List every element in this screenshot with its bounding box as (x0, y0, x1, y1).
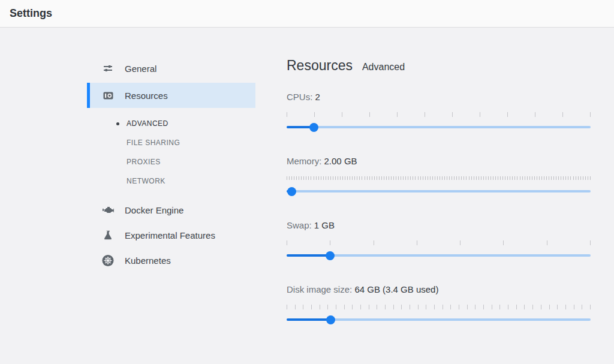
tick (311, 176, 311, 180)
tick (369, 176, 370, 180)
sidebar-subitem-proxies[interactable]: PROXIES (87, 152, 255, 172)
tick (512, 176, 513, 180)
tick (553, 176, 554, 180)
swap-tick-marks (287, 240, 591, 245)
tick (459, 305, 459, 309)
tick (481, 176, 481, 180)
disk-value: 64 GB (3.4 GB used) (354, 284, 438, 294)
tick (510, 176, 510, 180)
tick (426, 305, 426, 309)
tick (425, 176, 426, 180)
tick (428, 176, 428, 180)
tick (336, 305, 336, 309)
tick (447, 176, 447, 180)
tick (418, 305, 419, 309)
memory-slider-track[interactable] (287, 190, 591, 192)
swap-slider-track[interactable] (287, 254, 591, 257)
tick (449, 176, 450, 180)
panel-title: Resources (287, 58, 353, 74)
slider-group-memory: Memory: 2.00 GB (287, 156, 591, 192)
tick (549, 305, 550, 309)
sidebar-item-kubernetes[interactable]: Kubernetes (87, 249, 255, 271)
tick (561, 176, 561, 180)
sidebar-item-experimental-features[interactable]: Experimental Features (87, 224, 255, 246)
tick (338, 176, 338, 180)
tick (478, 176, 479, 180)
tick (547, 240, 547, 245)
tick (499, 305, 500, 309)
settings-content: GeneralResourcesADVANCEDFILE SHARINGPROX… (0, 28, 614, 348)
memory-icon (102, 89, 114, 101)
sliders-container: CPUs: 2Memory: 2.00 GBSwap: 1 GBDisk ima… (287, 92, 591, 321)
slider-label-memory: Memory: 2.00 GB (287, 156, 591, 166)
sidebar-subitem-file-sharing[interactable]: FILE SHARING (87, 133, 255, 152)
sidebar-subitem-label: PROXIES (127, 158, 161, 166)
tick (295, 305, 296, 309)
tick (524, 305, 525, 309)
tick (350, 176, 350, 180)
slider-group-disk: Disk image size: 64 GB (3.4 GB used) (287, 284, 591, 321)
tick (287, 240, 287, 245)
sidebar-item-resources[interactable]: Resources (87, 83, 255, 108)
tick (359, 176, 360, 180)
swap-slider-thumb[interactable] (326, 251, 335, 260)
page-title: Settings (10, 7, 52, 20)
tick (301, 176, 302, 180)
tick (537, 176, 537, 180)
tick (369, 305, 369, 309)
tick (415, 176, 416, 180)
tick (562, 112, 563, 117)
tick (308, 176, 309, 180)
tick (541, 305, 541, 309)
tick (362, 176, 362, 180)
sidebar-item-label: Kubernetes (125, 255, 171, 266)
resources-panel: Resources Advanced CPUs: 2Memory: 2.00 G… (287, 58, 591, 348)
tick (573, 176, 574, 180)
cpus-slider-thumb[interactable] (309, 123, 318, 132)
tick (340, 176, 341, 180)
tick (503, 240, 504, 245)
tick (342, 112, 342, 117)
tick (403, 176, 404, 180)
disk-slider-thumb[interactable] (326, 315, 335, 324)
cpus-label-text: CPUs: (287, 92, 315, 102)
memory-tick-marks (287, 176, 591, 181)
sidebar-sublist-resources: ADVANCEDFILE SHARINGPROXIESNETWORK (87, 114, 255, 191)
tick (549, 176, 549, 180)
tick (327, 305, 328, 309)
tick (590, 176, 591, 180)
tick (287, 176, 287, 180)
disk-slider-track[interactable] (287, 318, 591, 321)
tick (437, 176, 438, 180)
tick (517, 176, 517, 180)
sidebar-item-label: General (125, 64, 156, 74)
tick (389, 176, 389, 180)
tick (532, 176, 532, 180)
sidebar-subitem-advanced[interactable]: ADVANCED (87, 114, 255, 133)
tick (321, 176, 321, 180)
flask-icon (102, 229, 114, 241)
tick (450, 305, 451, 309)
tick (401, 176, 401, 180)
tick (386, 176, 387, 180)
cpus-slider-track[interactable] (287, 126, 591, 128)
tick (541, 176, 542, 180)
tick (354, 176, 355, 180)
tick (430, 176, 431, 180)
tick (345, 176, 345, 180)
tick (525, 176, 525, 180)
slider-label-disk: Disk image size: 64 GB (3.4 GB used) (287, 284, 591, 294)
tick (296, 176, 297, 180)
tick (344, 305, 345, 309)
sidebar-item-docker-engine[interactable]: Docker Engine (87, 199, 255, 221)
sidebar-subitem-network[interactable]: NETWORK (87, 172, 255, 191)
tick (432, 176, 433, 180)
sidebar-item-general[interactable]: General (87, 58, 255, 79)
tick (502, 176, 503, 180)
tick (480, 112, 480, 117)
tick (410, 176, 411, 180)
tick (374, 240, 374, 245)
tick (323, 176, 324, 180)
memory-slider-thumb[interactable] (287, 187, 296, 196)
engine-icon (102, 204, 114, 216)
